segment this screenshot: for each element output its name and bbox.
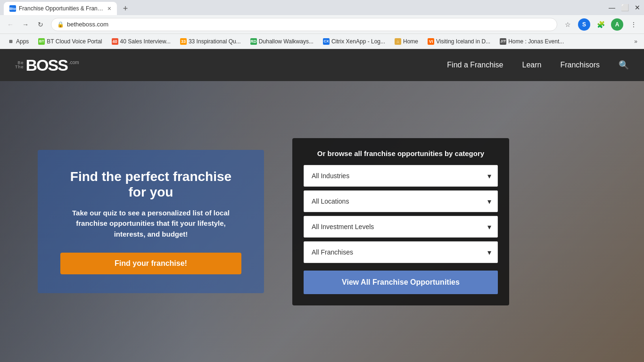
minimize-button[interactable]: — xyxy=(609,4,615,11)
bookmark-bt-cloud[interactable]: BT BT Cloud Voice Portal xyxy=(34,37,106,46)
logo-com: .com xyxy=(69,60,79,65)
nav-learn[interactable]: Learn xyxy=(522,61,542,69)
tab-title: Franchise Opportunities & Franc... xyxy=(19,5,105,12)
view-all-button[interactable]: View All Franchise Opportunities xyxy=(304,271,498,294)
home-favicon: ⌂ xyxy=(395,38,401,45)
bookmark-home[interactable]: ⌂ Home xyxy=(391,37,422,46)
citrix-favicon: CX xyxy=(323,38,330,45)
close-window-button[interactable]: ✕ xyxy=(635,4,640,11)
bookmark-citrix[interactable]: CX Citrix XenApp - Log... xyxy=(319,37,389,46)
logo-the: The xyxy=(15,65,24,69)
nav-buttons: ← → ↻ xyxy=(4,18,47,31)
bt-favicon: BT xyxy=(38,38,45,45)
profile1-avatar[interactable]: S xyxy=(578,18,590,31)
visit-favicon: VI xyxy=(428,38,434,45)
hero-description: Take our quiz to see a personalized list… xyxy=(60,208,241,240)
chrome-menu-button[interactable]: ⋮ xyxy=(627,18,640,31)
back-button[interactable]: ← xyxy=(4,18,17,31)
address-bar[interactable]: 🔒 betheboss.com xyxy=(51,18,557,31)
bookmarks-more-button[interactable]: » xyxy=(631,37,640,46)
hero-heading: Find the perfect franchise for you xyxy=(60,169,241,200)
bookmark-visiting[interactable]: VI Visiting Iceland in D... xyxy=(424,37,494,46)
tab-area: Bto Franchise Opportunities & Franc... ×… xyxy=(4,0,609,15)
find-franchise-button[interactable]: Find your franchise! xyxy=(60,253,241,274)
investment-wrapper: All Investment Levels xyxy=(304,216,498,238)
locations-select[interactable]: All Locations xyxy=(304,190,498,212)
chrome-toolbar: ← → ↻ 🔒 betheboss.com ☆ S 🧩 A ⋮ xyxy=(0,15,644,34)
refresh-button[interactable]: ↻ xyxy=(34,18,47,31)
chrome-title-bar: Bto Franchise Opportunities & Franc... ×… xyxy=(0,0,644,15)
secure-icon: 🔒 xyxy=(57,21,64,28)
bookmarks-bar: ⊞ Apps BT BT Cloud Voice Portal 40 40 Sa… xyxy=(0,34,644,49)
sales-favicon: 40 xyxy=(112,38,118,45)
duhallow-favicon: RD xyxy=(250,38,257,45)
window-controls: — ⬜ ✕ xyxy=(609,4,640,11)
profile2-avatar[interactable]: A xyxy=(611,18,623,31)
extensions-button[interactable]: 🧩 xyxy=(594,18,607,31)
investment-select[interactable]: All Investment Levels xyxy=(304,216,498,238)
nav-franchisors[interactable]: Franchisors xyxy=(560,61,600,69)
new-tab-button[interactable]: + xyxy=(119,2,132,15)
hero-left-panel: Find the perfect franchise for you Take … xyxy=(38,150,264,294)
locations-wrapper: All Locations xyxy=(304,190,498,212)
website-container: Be The BOSS .com Find a Franchise Learn … xyxy=(0,49,644,362)
active-tab[interactable]: Bto Franchise Opportunities & Franc... × xyxy=(4,2,117,15)
site-nav-links: Find a Franchise Learn Franchisors 🔍 xyxy=(447,60,629,70)
hero-right-panel: Or browse all franchise opportunities by… xyxy=(292,138,509,305)
franchises-select[interactable]: All Franchises xyxy=(304,241,498,263)
browse-title: Or browse all franchise opportunities by… xyxy=(304,149,498,157)
franchises-wrapper: All Franchises xyxy=(304,241,498,263)
tab-close-button[interactable]: × xyxy=(107,5,111,12)
bookmark-sales[interactable]: 40 40 Sales Interview... xyxy=(108,37,174,46)
jonas-favicon: J!T xyxy=(500,38,506,45)
tab-favicon: Bto xyxy=(9,5,16,12)
forward-button[interactable]: → xyxy=(19,18,32,31)
url-display: betheboss.com xyxy=(67,21,108,28)
industries-wrapper: All Industries xyxy=(304,165,498,187)
site-logo[interactable]: Be The BOSS .com xyxy=(15,56,79,74)
bookmark-duhallow[interactable]: RD Duhallow Walkways... xyxy=(247,37,317,46)
hero-content: Find the perfect franchise for you Take … xyxy=(0,81,644,362)
search-icon[interactable]: 🔍 xyxy=(619,60,629,70)
bookmark-apps[interactable]: ⊞ Apps xyxy=(4,37,33,46)
inspirational-favicon: 33 xyxy=(180,38,187,45)
toolbar-right: ☆ S 🧩 A ⋮ xyxy=(561,18,640,31)
industries-select[interactable]: All Industries xyxy=(304,165,498,187)
site-navbar: Be The BOSS .com Find a Franchise Learn … xyxy=(0,49,644,81)
nav-find-franchise[interactable]: Find a Franchise xyxy=(447,61,503,69)
bookmark-star-button[interactable]: ☆ xyxy=(561,18,574,31)
apps-favicon: ⊞ xyxy=(8,38,14,45)
maximize-button[interactable]: ⬜ xyxy=(621,4,629,11)
logo-boss: BOSS xyxy=(26,56,67,74)
bookmark-jonas[interactable]: J!T Home : Jonas Event... xyxy=(496,37,568,46)
bookmark-inspirational[interactable]: 33 33 Inspirational Qu... xyxy=(176,37,245,46)
